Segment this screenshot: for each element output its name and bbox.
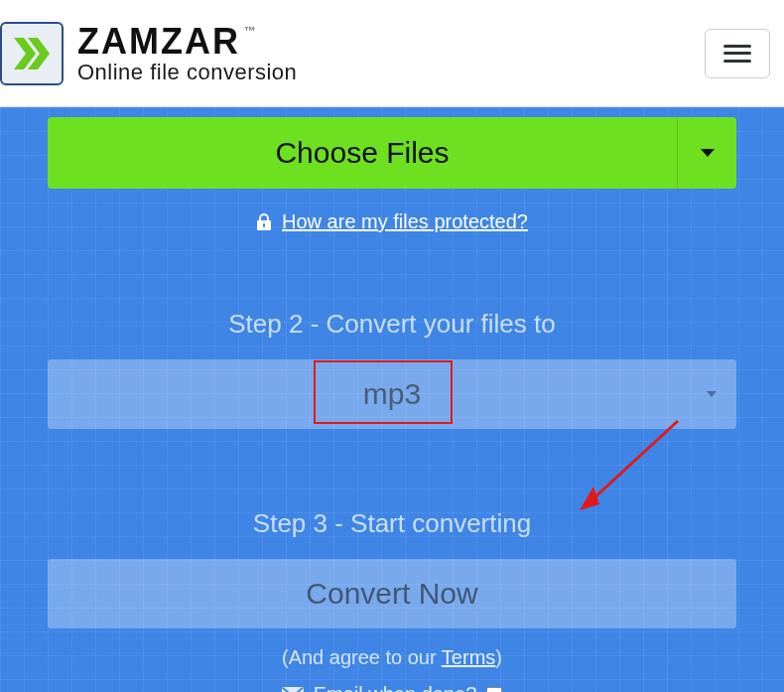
convert-now-button[interactable]: Convert Now <box>48 559 736 628</box>
brand-name: ZAMZAR <box>77 23 240 61</box>
protection-link[interactable]: How are my files protected? <box>282 210 528 233</box>
brand-tm: ™ <box>244 25 258 38</box>
hamburger-icon <box>723 45 751 63</box>
choose-files-button[interactable]: Choose Files <box>48 117 677 189</box>
step3-heading: Step 3 - Start converting <box>48 508 736 539</box>
agree-text: (And agree to our Terms) <box>48 646 736 669</box>
lock-icon <box>256 213 272 231</box>
agree-prefix: (And agree to our <box>282 646 442 668</box>
logo-mark <box>0 22 64 85</box>
chevron-down-icon <box>707 391 717 397</box>
svg-line-4 <box>591 421 678 500</box>
choose-files-dropdown-button[interactable] <box>677 117 736 189</box>
chevron-down-icon <box>701 149 715 157</box>
format-select-value: mp3 <box>363 377 421 411</box>
email-when-done-checkbox[interactable] <box>486 687 502 693</box>
brand-tagline: Online file conversion <box>77 61 297 83</box>
format-select[interactable]: mp3 <box>48 359 736 429</box>
double-chevron-right-icon <box>10 32 54 75</box>
main-panel: Choose Files How are my files protected?… <box>0 107 784 692</box>
brand-text: ZAMZAR ™ Online file conversion <box>77 23 297 83</box>
protection-info-row: How are my files protected? <box>48 210 736 233</box>
svg-rect-3 <box>263 223 265 227</box>
mail-icon <box>282 687 304 693</box>
choose-files-row: Choose Files <box>48 117 736 189</box>
brand-logo[interactable]: ZAMZAR ™ Online file conversion <box>0 22 297 85</box>
menu-toggle-button[interactable] <box>705 29 770 78</box>
step2-heading: Step 2 - Convert your files to <box>48 309 736 340</box>
convert-now-label: Convert Now <box>306 577 477 611</box>
app-header: ZAMZAR ™ Online file conversion <box>0 0 784 107</box>
email-when-done-row: Email when done? <box>48 683 736 692</box>
annotation-arrow <box>574 415 693 514</box>
choose-files-label: Choose Files <box>275 136 449 170</box>
svg-marker-5 <box>580 486 599 510</box>
agree-suffix: ) <box>495 646 502 668</box>
terms-link[interactable]: Terms <box>442 646 495 668</box>
email-when-done-label: Email when done? <box>314 683 477 692</box>
